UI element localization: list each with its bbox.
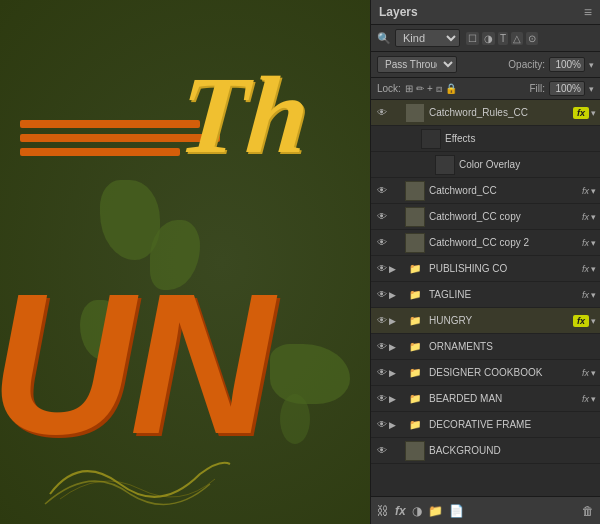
fx-footer-icon[interactable]: fx [395,504,406,518]
layers-list[interactable]: 👁Catchword_Rules_CCfx▾EffectsColor Overl… [371,100,600,496]
layer-fx-label[interactable]: fx [582,394,589,404]
layer-thumbnail: 📁 [405,259,425,279]
layer-fx-label[interactable]: fx [573,315,589,327]
orange-line-3 [20,148,180,156]
layer-row[interactable]: 👁Catchword_Rules_CCfx▾ [371,100,600,126]
folder-footer-icon[interactable]: 📁 [428,504,443,518]
adjust-footer-icon[interactable]: ◑ [412,504,422,518]
type-icon[interactable]: T [498,32,508,45]
visibility-toggle[interactable]: 👁 [375,211,389,222]
layer-name-label: DESIGNER COOKBOOK [429,367,582,378]
layer-fx-arrow[interactable]: ▾ [591,290,596,300]
lock-pixel-icon[interactable]: ⊞ [405,83,413,95]
layer-row[interactable]: 👁Catchword_CCfx▾ [371,178,600,204]
canvas-un-text: UN [0,264,269,464]
opacity-input[interactable] [549,57,585,72]
lock-draw-icon[interactable]: ✏ [416,83,424,95]
kind-icons: ☐ ◑ T △ ⊙ [466,32,538,45]
layer-thumbnail: 📁 [405,363,425,383]
opacity-label: Opacity: [508,59,545,70]
layer-expand-arrow[interactable]: ▶ [389,342,399,352]
layer-expand-arrow[interactable]: ▶ [389,394,399,404]
kind-select[interactable]: Kind [395,29,460,47]
visibility-toggle[interactable]: 👁 [375,367,389,378]
layer-fx-arrow[interactable]: ▾ [591,186,596,196]
layer-row[interactable]: 👁▶📁PUBLISHING COfx▾ [371,256,600,282]
layer-row[interactable]: 👁▶📁DECORATIVE FRAME [371,412,600,438]
lock-row: Lock: ⊞ ✏ + ⧈ 🔒 Fill: ▾ [371,78,600,100]
layer-thumbnail [405,207,425,227]
layer-name-label: Effects [445,133,596,144]
pixel-icon[interactable]: ☐ [466,32,479,45]
layer-expand-arrow[interactable]: ▶ [389,264,399,274]
link-icon[interactable]: ⛓ [377,504,389,518]
layer-fx-arrow[interactable]: ▾ [591,108,596,118]
visibility-toggle[interactable]: 👁 [375,107,389,118]
lock-position-icon[interactable]: + [427,83,433,95]
layer-row[interactable]: Color Overlay [371,152,600,178]
layer-fx-arrow[interactable]: ▾ [591,368,596,378]
layer-thumbnail [405,181,425,201]
layer-row[interactable]: 👁▶📁TAGLINEfx▾ [371,282,600,308]
layer-thumbnail: 📁 [405,337,425,357]
layer-fx-label[interactable]: fx [582,186,589,196]
layer-row[interactable]: 👁▶📁ORNAMENTS [371,334,600,360]
blend-row: Pass Through Normal Multiply Screen Opac… [371,52,600,78]
lock-all-icon[interactable]: 🔒 [445,83,457,95]
visibility-toggle[interactable]: 👁 [375,393,389,404]
lock-art-icon[interactable]: ⧈ [436,83,442,95]
layer-row[interactable]: 👁Catchword_CC copyfx▾ [371,204,600,230]
layer-fx-arrow[interactable]: ▾ [591,238,596,248]
fill-arrow[interactable]: ▾ [589,84,594,94]
decorative-blob-5 [280,394,310,444]
smart-icon[interactable]: ⊙ [526,32,538,45]
swirl-decoration [40,444,240,514]
layer-row[interactable]: 👁Catchword_CC copy 2fx▾ [371,230,600,256]
new-layer-icon[interactable]: 📄 [449,504,464,518]
layer-row[interactable]: 👁BACKGROUND [371,438,600,464]
visibility-toggle[interactable]: 👁 [375,341,389,352]
layer-fx-label[interactable]: fx [582,290,589,300]
layer-expand-arrow[interactable]: ▶ [389,290,399,300]
layer-fx-label[interactable]: fx [573,107,589,119]
lock-label: Lock: [377,83,401,94]
visibility-toggle[interactable]: 👁 [375,419,389,430]
blend-mode-select[interactable]: Pass Through Normal Multiply Screen [377,56,457,73]
layer-fx-label[interactable]: fx [582,368,589,378]
visibility-toggle[interactable]: 👁 [375,263,389,274]
visibility-toggle[interactable]: 👁 [375,315,389,326]
shape-icon[interactable]: △ [511,32,523,45]
layer-fx-arrow[interactable]: ▾ [591,316,596,326]
fill-input[interactable] [549,81,585,96]
opacity-arrow[interactable]: ▾ [589,60,594,70]
layer-fx-label[interactable]: fx [582,212,589,222]
visibility-toggle[interactable]: 👁 [375,445,389,456]
visibility-toggle[interactable]: 👁 [375,185,389,196]
layer-thumbnail [405,441,425,461]
delete-layer-icon[interactable]: 🗑 [582,504,594,518]
layer-fx-label[interactable]: fx [582,264,589,274]
layer-expand-arrow[interactable]: ▶ [389,368,399,378]
layer-expand-arrow[interactable]: ▶ [389,420,399,430]
search-icon: 🔍 [377,32,391,45]
layer-fx-arrow[interactable]: ▾ [591,212,596,222]
layer-row[interactable]: 👁▶📁DESIGNER COOKBOOKfx▾ [371,360,600,386]
layer-name-label: PUBLISHING CO [429,263,582,274]
layer-thumbnail: 📁 [405,285,425,305]
layer-expand-arrow[interactable]: ▶ [389,316,399,326]
layer-fx-arrow[interactable]: ▾ [591,394,596,404]
layer-thumbnail [405,103,425,123]
layer-fx-arrow[interactable]: ▾ [591,264,596,274]
layer-row[interactable]: 👁▶📁BEARDED MANfx▾ [371,386,600,412]
visibility-toggle[interactable]: 👁 [375,237,389,248]
layer-name-label: Catchword_Rules_CC [429,107,573,118]
layer-name-label: BEARDED MAN [429,393,582,404]
layer-fx-label[interactable]: fx [582,238,589,248]
visibility-toggle[interactable]: 👁 [375,289,389,300]
layer-row[interactable]: 👁▶📁HUNGRYfx▾ [371,308,600,334]
orange-line-1 [20,120,200,128]
panel-menu-icon[interactable]: ≡ [584,4,592,20]
adjust-icon[interactable]: ◑ [482,32,495,45]
layer-name-label: ORNAMENTS [429,341,596,352]
layer-row[interactable]: Effects [371,126,600,152]
